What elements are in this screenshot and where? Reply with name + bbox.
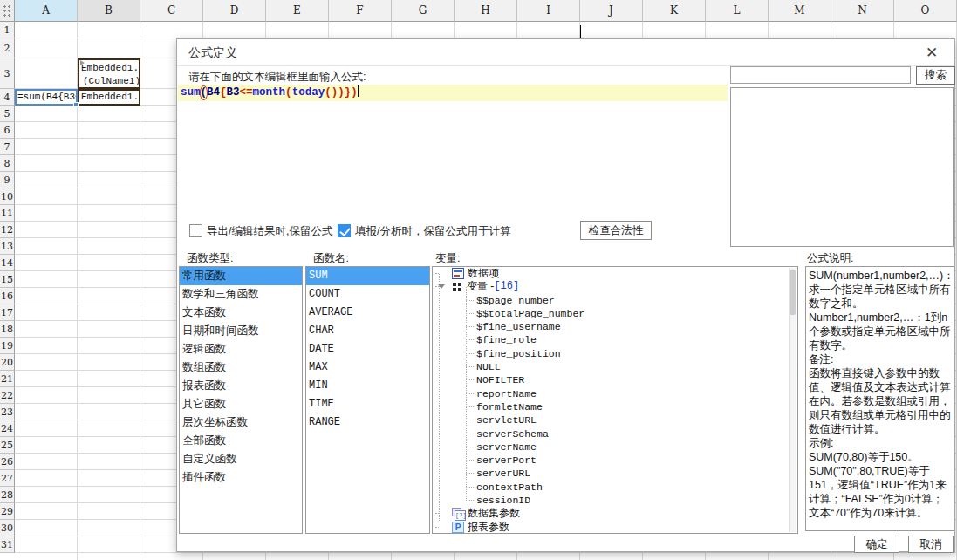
row-header-11[interactable]: 11 (0, 205, 15, 222)
tree-item-数据集参数[interactable]: 数据集参数 (433, 507, 797, 520)
function-type-逻辑函数[interactable]: 逻辑函数 (180, 340, 302, 359)
checkbox-export-keep-formula[interactable] (189, 224, 202, 237)
function-name-SUM[interactable]: SUM (306, 267, 429, 285)
cancel-button[interactable]: 取消 (908, 536, 954, 553)
row-header-20[interactable]: 20 (0, 354, 15, 371)
column-header-G[interactable]: G (392, 0, 455, 22)
search-button[interactable]: 搜索 (916, 66, 955, 85)
column-header-D[interactable]: D (203, 0, 266, 22)
function-name-MIN[interactable]: MIN (306, 377, 429, 395)
tree-item-contextPath[interactable]: contextPath (433, 481, 797, 494)
column-header-L[interactable]: L (706, 0, 769, 22)
row-header-25[interactable]: 25 (0, 437, 15, 454)
column-header-M[interactable]: M (769, 0, 831, 22)
row-header-12[interactable]: 12 (0, 222, 15, 238)
column-header-F[interactable]: F (329, 0, 392, 22)
column-header-H[interactable]: H (455, 0, 517, 22)
row-header-1[interactable]: 1 (0, 22, 15, 38)
function-name-RANGE[interactable]: RANGE (306, 413, 429, 432)
formula-editor[interactable]: sum(B4{B3<=month(today())}) (178, 85, 728, 101)
column-header-B[interactable]: B (78, 0, 140, 22)
row-header-24[interactable]: 24 (0, 420, 15, 437)
row-header-13[interactable]: 13 (0, 238, 15, 255)
function-type-其它函数[interactable]: 其它函数 (180, 395, 302, 413)
function-name-MAX[interactable]: MAX (306, 359, 429, 377)
tree-item-sessionID[interactable]: sessionID (433, 494, 797, 507)
column-header-N[interactable]: N (831, 0, 894, 22)
function-name-COUNT[interactable]: COUNT (306, 285, 429, 304)
cell-A4[interactable]: =sum(B4{B3< (15, 89, 78, 106)
row-header-15[interactable]: 15 (0, 271, 15, 288)
row-header-19[interactable]: 19 (0, 338, 15, 354)
row-header-28[interactable]: 28 (0, 487, 15, 503)
tree-item-变量 -[interactable]: 变量 - [16] (433, 280, 797, 293)
tree-item-报表参数[interactable]: P报表参数 (433, 521, 797, 534)
row-header-31[interactable]: 31 (0, 536, 15, 553)
cell-B4[interactable]: Embedded1.G (78, 89, 140, 106)
tree-item-$fine_role[interactable]: $fine_role (433, 333, 797, 346)
function-name-CHAR[interactable]: CHAR (306, 322, 429, 340)
tree-item-formletName[interactable]: formletName (433, 400, 797, 413)
row-header-16[interactable]: 16 (0, 288, 15, 304)
row-header-22[interactable]: 22 (0, 387, 15, 404)
row-header-10[interactable]: 10 (0, 188, 15, 205)
function-type-常用函数[interactable]: 常用函数 (180, 267, 302, 285)
search-input[interactable] (730, 66, 911, 84)
tree-item-$fine_username[interactable]: $fine_username (433, 320, 797, 333)
column-header-C[interactable]: C (140, 0, 203, 22)
tree-item-数据项[interactable]: 数据项 (433, 267, 797, 280)
column-header-K[interactable]: K (643, 0, 706, 22)
function-name-TIME[interactable]: TIME (306, 395, 429, 413)
check-validity-button[interactable]: 检查合法性 (580, 221, 652, 240)
row-header-29[interactable]: 29 (0, 503, 15, 520)
row-header-6[interactable]: 6 (0, 122, 15, 139)
tree-item-$$page_number[interactable]: $$page_number (433, 294, 797, 307)
row-header-4[interactable]: 4 (0, 89, 15, 106)
search-result-panel[interactable] (730, 87, 954, 247)
checkbox-fill-label[interactable]: 填报/分析时，保留公式用于计算 (355, 224, 510, 239)
ok-button[interactable]: 确定 (854, 536, 899, 553)
row-header-9[interactable]: 9 (0, 172, 15, 188)
checkbox-export-label[interactable]: 导出/编辑结果时,保留公式 (207, 224, 332, 239)
tree-item-servletURL[interactable]: servletURL (433, 413, 797, 427)
row-header-17[interactable]: 17 (0, 304, 15, 321)
row-header-23[interactable]: 23 (0, 404, 15, 420)
row-header-26[interactable]: 26 (0, 454, 15, 470)
select-all-corner[interactable] (0, 0, 15, 22)
column-header-J[interactable]: J (580, 0, 643, 22)
cell-B3[interactable]: Embedded1.G (ColName1) (78, 58, 140, 89)
function-type-自定义函数[interactable]: 自定义函数 (180, 450, 302, 468)
tree-item-serverPort[interactable]: serverPort (433, 454, 797, 467)
tree-item-$fine_position[interactable]: $fine_position (433, 347, 797, 360)
tree-item-serverName[interactable]: serverName (433, 440, 797, 454)
tree-item-$$totalPage_number[interactable]: $$totalPage_number (433, 307, 797, 320)
function-type-数组函数[interactable]: 数组函数 (180, 359, 302, 377)
function-type-文本函数[interactable]: 文本函数 (180, 304, 302, 322)
row-header-27[interactable]: 27 (0, 470, 15, 487)
function-type-日期和时间函数[interactable]: 日期和时间函数 (180, 322, 302, 340)
tree-item-NULL[interactable]: NULL (433, 360, 797, 373)
checkbox-fill-keep-formula[interactable] (338, 224, 351, 237)
row-header-14[interactable]: 14 (0, 255, 15, 271)
row-header-8[interactable]: 8 (0, 155, 15, 172)
row-header-3[interactable]: 3 (0, 58, 15, 89)
column-header-O[interactable]: O (894, 0, 957, 22)
column-header-E[interactable]: E (266, 0, 329, 22)
row-header-7[interactable]: 7 (0, 139, 15, 155)
tree-item-NOFILTER[interactable]: NOFILTER (433, 373, 797, 386)
column-header-I[interactable]: I (517, 0, 580, 22)
row-header-30[interactable]: 30 (0, 520, 15, 536)
row-header-5[interactable]: 5 (0, 106, 15, 122)
function-type-层次坐标函数[interactable]: 层次坐标函数 (180, 413, 302, 432)
row-header-21[interactable]: 21 (0, 371, 15, 387)
tree-item-reportName[interactable]: reportName (433, 387, 797, 400)
function-type-数学和三角函数[interactable]: 数学和三角函数 (180, 285, 302, 304)
function-type-报表函数[interactable]: 报表函数 (180, 377, 302, 395)
tree-item-serverSchema[interactable]: serverSchema (433, 427, 797, 440)
fill-handle[interactable] (73, 102, 79, 107)
expand-arrow-icon[interactable] (438, 284, 445, 289)
column-header-A[interactable]: A (15, 0, 78, 22)
row-header-2[interactable]: 2 (0, 38, 15, 58)
row-header-18[interactable]: 18 (0, 321, 15, 338)
function-type-插件函数[interactable]: 插件函数 (180, 468, 302, 487)
